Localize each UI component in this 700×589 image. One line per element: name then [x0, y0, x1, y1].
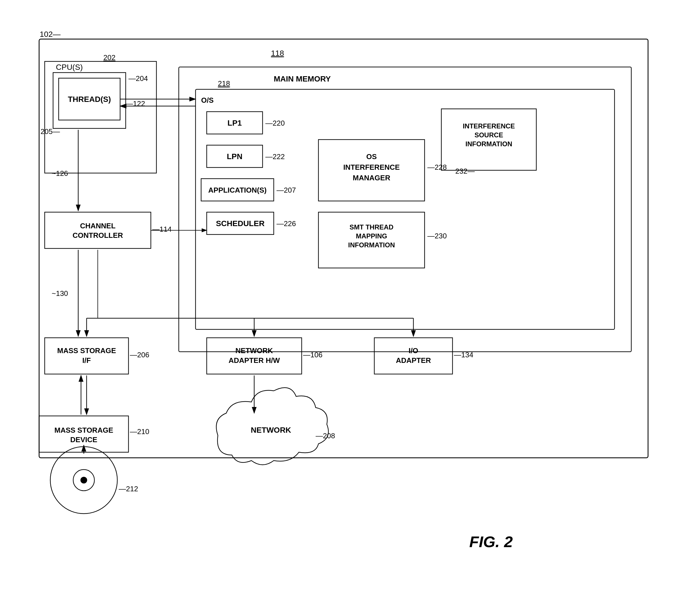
arrows-svg: THREAD(S) CPU(S) —204 —122 205— 202 LP1 …: [22, 17, 676, 561]
svg-text:INTERFERENCE: INTERFERENCE: [463, 122, 515, 130]
svg-rect-5: [59, 78, 120, 120]
svg-text:MANAGER: MANAGER: [353, 174, 391, 182]
svg-rect-3: [45, 61, 156, 173]
svg-text:THREAD(S): THREAD(S): [68, 95, 111, 104]
svg-text:OS: OS: [366, 152, 377, 161]
svg-text:—134: —134: [454, 351, 473, 359]
svg-text:NETWORK: NETWORK: [236, 346, 273, 355]
svg-point-82: [81, 477, 87, 483]
svg-text:218: 218: [218, 79, 230, 88]
svg-rect-18: [201, 179, 274, 201]
svg-text:DEVICE: DEVICE: [71, 435, 98, 444]
svg-text:—230: —230: [427, 232, 447, 240]
svg-text:—207: —207: [277, 186, 296, 194]
svg-text:APPLICATION(S): APPLICATION(S): [208, 186, 267, 194]
svg-text:232—: 232—: [455, 167, 474, 175]
svg-text:MASS STORAGE: MASS STORAGE: [57, 346, 116, 355]
svg-text:LPN: LPN: [227, 152, 243, 161]
svg-text:102—: 102—: [40, 30, 60, 38]
svg-rect-51: [374, 338, 452, 374]
svg-rect-24: [318, 140, 425, 201]
svg-text:SOURCE: SOURCE: [474, 131, 503, 139]
diagram-container: THREAD(S) CPU(S) —204 —122 205— 202 LP1 …: [22, 17, 676, 561]
svg-text:—106: —106: [303, 351, 322, 359]
svg-text:LP1: LP1: [227, 119, 242, 127]
svg-point-81: [73, 469, 95, 491]
svg-text:205—: 205—: [40, 127, 60, 136]
svg-text:202: 202: [103, 53, 115, 62]
svg-rect-0: [39, 39, 648, 458]
svg-text:—226: —226: [277, 219, 296, 228]
svg-rect-15: [207, 145, 263, 168]
svg-rect-74: [39, 416, 129, 452]
svg-rect-2: [195, 89, 614, 330]
svg-rect-29: [441, 109, 536, 170]
svg-text:INTERFERENCE: INTERFERENCE: [343, 163, 400, 171]
svg-text:MASS STORAGE: MASS STORAGE: [54, 426, 113, 434]
svg-rect-34: [318, 212, 425, 268]
svg-text:—210: —210: [130, 427, 149, 436]
svg-text:O/S: O/S: [201, 96, 214, 105]
svg-text:ADAPTER: ADAPTER: [396, 356, 431, 365]
svg-point-80: [50, 447, 117, 514]
svg-text:~130: ~130: [52, 289, 68, 298]
svg-rect-12: [207, 112, 263, 134]
svg-rect-1: [179, 67, 631, 352]
svg-rect-43: [45, 338, 129, 374]
svg-text:CPU(S): CPU(S): [56, 63, 83, 71]
svg-text:118: 118: [271, 49, 284, 57]
svg-text:INFORMATION: INFORMATION: [348, 241, 395, 249]
svg-text:—220: —220: [265, 119, 285, 127]
svg-text:INFORMATION: INFORMATION: [465, 140, 512, 148]
svg-text:I/F: I/F: [83, 356, 91, 365]
svg-text:NETWORK: NETWORK: [251, 426, 291, 434]
svg-text:—206: —206: [130, 351, 149, 359]
svg-text:ADAPTER H/W: ADAPTER H/W: [229, 356, 280, 365]
svg-rect-4: [53, 72, 126, 129]
svg-text:FIG. 2: FIG. 2: [469, 533, 513, 551]
svg-rect-21: [207, 212, 274, 234]
svg-text:CONTROLLER: CONTROLLER: [73, 231, 123, 239]
svg-rect-39: [45, 212, 151, 248]
svg-text:I/O: I/O: [409, 346, 418, 355]
svg-text:—204: —204: [129, 74, 148, 82]
svg-text:—222: —222: [265, 152, 285, 161]
svg-text:SCHEDULER: SCHEDULER: [216, 219, 265, 228]
svg-text:—114: —114: [152, 225, 171, 233]
svg-text:—212: —212: [119, 484, 138, 493]
svg-text:MAPPING: MAPPING: [356, 232, 387, 240]
svg-text:—208: —208: [316, 431, 335, 440]
svg-text:MAIN MEMORY: MAIN MEMORY: [274, 74, 331, 83]
svg-text:—228: —228: [427, 163, 447, 171]
svg-rect-47: [207, 338, 302, 374]
svg-text:CHANNEL: CHANNEL: [80, 222, 115, 230]
svg-text:—122: —122: [126, 100, 145, 108]
svg-text:SMT THREAD: SMT THREAD: [349, 223, 393, 231]
svg-text:~126: ~126: [52, 169, 68, 178]
